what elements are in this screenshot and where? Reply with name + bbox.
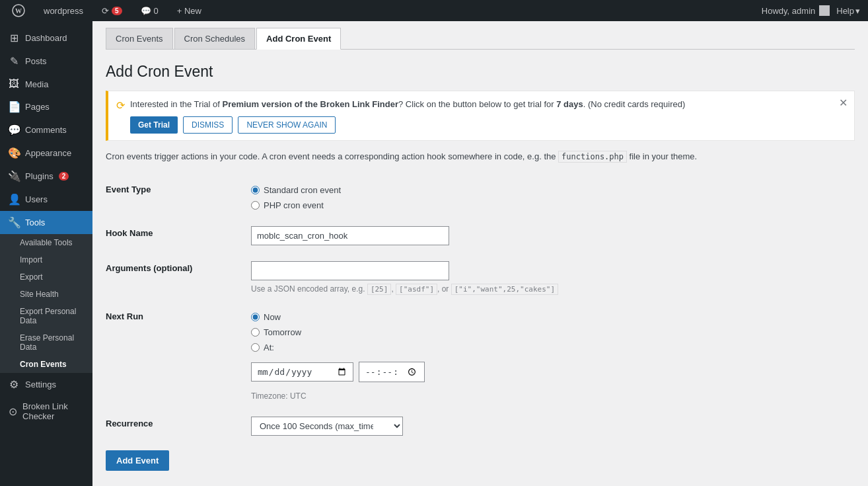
event-type-standard-radio[interactable] [251, 186, 260, 194]
next-run-row: Next Run Now Tomorrow [106, 302, 855, 409]
sidebar-item-dashboard[interactable]: ⊞ Dashboard [0, 26, 92, 50]
sidebar-item-users[interactable]: 👤 Users [0, 188, 92, 211]
sub-item-erase-personal[interactable]: Erase Personal Data [0, 329, 92, 356]
sidebar-item-comments[interactable]: 💬 Comments [0, 118, 92, 142]
tab-cron-events[interactable]: Cron Events [106, 28, 173, 49]
event-type-standard[interactable]: Standard cron event [251, 185, 855, 195]
wp-layout: ⊞ Dashboard ✎ Posts 🖼 Media 📄 Pages 💬 Co… [0, 21, 868, 486]
sidebar-item-posts[interactable]: ✎ Posts [0, 50, 92, 73]
next-run-label: Next Run [106, 302, 251, 409]
new-label: + New [177, 6, 201, 16]
sub-item-export[interactable]: Export [0, 268, 92, 286]
add-event-button[interactable]: Add Event [106, 450, 169, 471]
sidebar-label-broken-link: Broken Link Checker [22, 401, 85, 421]
site-name-item[interactable]: wordpress [40, 0, 87, 21]
never-show-button[interactable]: NEVER SHOW AGAIN [238, 116, 336, 134]
avatar [819, 5, 830, 16]
comments-count: 0 [154, 6, 159, 16]
hook-name-row: Hook Name [106, 218, 855, 253]
notice-suffix: ? Click on the button below to get trial… [398, 99, 556, 109]
tools-icon: 🔧 [8, 216, 20, 229]
next-run-tomorrow[interactable]: Tomorrow [251, 327, 855, 337]
desc-prefix: Cron events trigger actions in your code… [106, 151, 558, 161]
event-type-radio-group: Standard cron event PHP cron event [251, 182, 855, 210]
next-run-now-radio[interactable] [251, 313, 260, 321]
sidebar-item-plugins[interactable]: 🔌 Plugins 2 [0, 165, 92, 188]
arguments-input[interactable] [251, 261, 449, 280]
notice-end: . (No credit cards required) [583, 99, 686, 109]
sidebar-item-tools[interactable]: 🔧 Tools [0, 211, 92, 234]
howdy-text: Howdy, admin [762, 6, 815, 16]
event-type-label: Event Type [106, 175, 251, 218]
args-code-3: ["i","want",25,"cakes"] [451, 284, 558, 295]
arguments-label: Arguments (optional) [106, 253, 251, 302]
sidebar-label-comments: Comments [25, 125, 67, 135]
settings-icon: ⚙ [8, 378, 20, 391]
sidebar-item-media[interactable]: 🖼 Media [0, 73, 92, 95]
help-button[interactable]: Help ▾ [836, 6, 860, 16]
time-input[interactable] [359, 362, 425, 383]
sidebar-item-pages[interactable]: 📄 Pages [0, 95, 92, 118]
args-code-2: ["asdf"] [396, 284, 437, 295]
notice-text: Interested in the Trial of Premium versi… [130, 98, 846, 134]
sub-item-site-health[interactable]: Site Health [0, 286, 92, 303]
date-input[interactable] [251, 362, 353, 382]
form-table: Event Type Standard cron event PHP cron … [106, 175, 855, 444]
sidebar-item-settings[interactable]: ⚙ Settings [0, 373, 92, 396]
sub-item-available-tools[interactable]: Available Tools [0, 234, 92, 251]
sidebar-label-users: Users [25, 194, 48, 204]
sidebar-label-pages: Pages [25, 102, 50, 112]
dashboard-icon: ⊞ [8, 32, 20, 44]
next-run-tomorrow-radio[interactable] [251, 328, 260, 337]
sidebar-label-media: Media [25, 79, 48, 89]
hook-name-input[interactable] [251, 226, 449, 245]
next-run-at-label: At: [264, 343, 274, 352]
sidebar-item-broken-link[interactable]: ⊙ Broken Link Checker [0, 396, 92, 426]
howdy-section: Howdy, admin [762, 5, 830, 16]
sub-item-cron-events[interactable]: Cron Events [0, 356, 92, 373]
help-label: Help [836, 6, 854, 16]
admin-menu: ⊞ Dashboard ✎ Posts 🖼 Media 📄 Pages 💬 Co… [0, 21, 92, 486]
trial-button[interactable]: Get Trial [130, 116, 178, 134]
desc-code: functions.php [558, 151, 627, 163]
sidebar-label-appearance: Appearance [25, 148, 71, 158]
tab-cron-schedules[interactable]: Cron Schedules [174, 28, 256, 49]
sidebar-item-appearance[interactable]: 🎨 Appearance [0, 142, 92, 165]
wp-logo-item[interactable]: W [8, 0, 29, 21]
args-code-1: [25] [367, 284, 392, 295]
datetime-row [251, 362, 855, 383]
appearance-icon: 🎨 [8, 147, 20, 159]
sub-item-import[interactable]: Import [0, 251, 92, 268]
help-chevron-icon: ▾ [855, 6, 860, 16]
next-run-at[interactable]: At: [251, 343, 855, 352]
updates-item[interactable]: ⟳ 5 [98, 0, 126, 21]
args-sep2: , or [437, 284, 451, 294]
add-cron-form: Event Type Standard cron event PHP cron … [106, 175, 855, 471]
next-run-tomorrow-label: Tomorrow [264, 327, 301, 337]
notice-close-icon[interactable]: ✕ [839, 97, 848, 109]
notice-banner: ⟳ Interested in the Trial of Premium ver… [106, 91, 855, 141]
event-type-standard-label: Standard cron event [264, 185, 341, 195]
plugins-badge: 2 [59, 172, 69, 181]
sub-item-export-personal[interactable]: Export Personal Data [0, 303, 92, 329]
arguments-hint: Use a JSON encoded array, e.g. [25], ["a… [251, 284, 855, 294]
recurrence-row: Recurrence Once 100 Seconds (max_time) O… [106, 409, 855, 444]
notice-buttons: Get Trial DISMISS NEVER SHOW AGAIN [130, 116, 846, 134]
tab-add-cron-event[interactable]: Add Cron Event [256, 28, 341, 50]
next-run-now[interactable]: Now [251, 312, 855, 322]
sidebar-label-dashboard: Dashboard [25, 33, 67, 43]
pages-icon: 📄 [8, 101, 20, 113]
new-item[interactable]: + New [173, 0, 205, 21]
dismiss-button[interactable]: DISMISS [183, 116, 233, 134]
next-run-at-radio[interactable] [251, 343, 260, 352]
notice-bold: Premium version of the Broken Link Finde… [222, 99, 398, 109]
arguments-row: Arguments (optional) Use a JSON encoded … [106, 253, 855, 302]
event-type-php-radio[interactable] [251, 201, 260, 210]
recurrence-select[interactable]: Once 100 Seconds (max_time) Once Hourly … [251, 417, 403, 436]
broken-link-icon: ⊙ [8, 405, 17, 418]
tools-submenu: Available Tools Import Export Site Healt… [0, 234, 92, 373]
event-type-php[interactable]: PHP cron event [251, 200, 855, 210]
comments-item[interactable]: 💬 0 [137, 0, 163, 21]
updates-icon: ⟳ [102, 6, 109, 16]
users-icon: 👤 [8, 193, 20, 206]
